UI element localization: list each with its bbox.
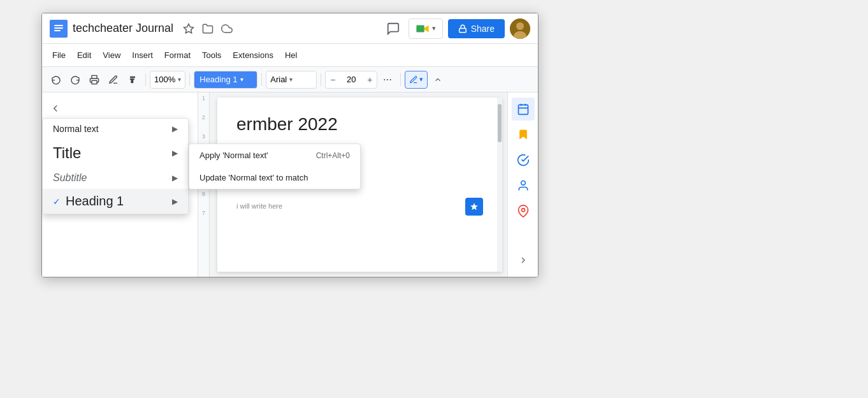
scrollbar-thumb <box>498 104 502 142</box>
dropdown-subtitle-arrow: ▶ <box>172 173 178 182</box>
svg-point-20 <box>521 209 524 212</box>
avatar[interactable] <box>510 18 530 39</box>
undo-button[interactable] <box>47 71 65 89</box>
share-label: Share <box>471 24 495 34</box>
bookmark-icon-btn[interactable] <box>512 123 535 146</box>
svg-rect-10 <box>92 80 97 84</box>
docs-icon <box>50 20 68 38</box>
dropdown-normal-label: Normal text <box>53 124 99 134</box>
ruler-num-7: 7 <box>202 210 205 216</box>
svg-point-11 <box>384 79 386 80</box>
sidebar: SUMMARY OUTLINE 20 November 2022 21 Nove… <box>42 92 198 277</box>
spellcheck-button[interactable] <box>105 71 122 89</box>
meet-button[interactable]: ▾ <box>409 18 443 39</box>
title-icon-group <box>181 21 235 36</box>
apply-normal-text[interactable]: Apply 'Normal text' Ctrl+Alt+0 <box>189 144 360 166</box>
menu-format[interactable]: Format <box>159 48 196 63</box>
separator-1 <box>145 73 146 86</box>
svg-point-12 <box>387 79 388 80</box>
folder-icon[interactable] <box>200 21 215 36</box>
style-selector[interactable]: Heading 1 ▾ <box>194 71 257 89</box>
font-size-decrease[interactable]: − <box>326 71 340 88</box>
separator-5 <box>400 73 401 86</box>
dropdown-subtitle-item[interactable]: Subtitle ▶ <box>43 167 188 189</box>
ruler-num-1: 1 <box>202 95 205 101</box>
collapse-toolbar-button[interactable] <box>429 71 447 89</box>
contacts-icon-btn[interactable] <box>512 174 535 197</box>
menu-bar: File Edit View Insert Format Tools Exten… <box>42 44 538 67</box>
menu-tools[interactable]: Tools <box>197 48 226 63</box>
content-area: SUMMARY OUTLINE 20 November 2022 21 Nove… <box>42 92 538 277</box>
svg-point-8 <box>516 22 524 30</box>
font-size-input[interactable] <box>341 75 361 84</box>
menu-help[interactable]: Hel <box>280 48 303 63</box>
svg-rect-3 <box>54 30 61 31</box>
style-dropdown: Normal text ▶ Title ▶ Subtitle ▶ <box>42 118 189 214</box>
paint-format-button[interactable] <box>124 71 141 89</box>
dropdown-heading1-item[interactable]: ✓ Heading 1 ▶ <box>43 189 188 214</box>
tasks-icon-btn[interactable] <box>512 149 535 172</box>
ruler-num-2: 2 <box>202 114 205 121</box>
svg-rect-5 <box>416 25 424 32</box>
zoom-selector[interactable]: 100% ▾ <box>150 71 185 89</box>
ruler-num-3: 3 <box>202 133 205 140</box>
svg-rect-6 <box>459 28 466 32</box>
dropdown-normal-text[interactable]: Normal text ▶ <box>43 119 188 139</box>
title-bar: techcheater Journal <box>42 13 538 44</box>
zoom-chevron: ▾ <box>178 76 181 83</box>
dropdown-heading1-check: ✓ <box>53 196 61 207</box>
comments-button[interactable] <box>383 18 403 39</box>
menu-extensions[interactable]: Extensions <box>228 48 278 63</box>
redo-button[interactable] <box>66 71 84 89</box>
share-button[interactable]: Share <box>448 19 505 38</box>
separator-4 <box>321 73 321 86</box>
dropdown-heading1-label: Heading 1 <box>66 194 124 209</box>
style-dropdown-menu: Normal text ▶ Title ▶ Subtitle ▶ <box>42 118 189 214</box>
svg-rect-15 <box>518 105 528 114</box>
header-right: ▾ Share <box>383 18 530 39</box>
ruler-num-6: 6 <box>202 191 205 197</box>
right-sidebar <box>507 92 538 277</box>
svg-marker-4 <box>184 24 194 33</box>
svg-marker-14 <box>470 203 478 210</box>
expand-panel-button[interactable] <box>512 249 535 272</box>
more-options-button[interactable] <box>379 71 396 89</box>
menu-insert[interactable]: Insert <box>127 48 158 63</box>
context-submenu: Apply 'Normal text' Ctrl+Alt+0 Update 'N… <box>189 144 361 189</box>
update-label: Update 'Normal text' to match <box>199 173 308 182</box>
svg-rect-1 <box>54 25 63 26</box>
dropdown-title-label: Title <box>53 144 81 162</box>
star-icon[interactable] <box>181 21 196 36</box>
apply-label: Apply 'Normal text' <box>199 151 268 160</box>
style-value: Heading 1 <box>199 75 237 84</box>
font-chevron: ▾ <box>289 76 293 83</box>
font-size-increase[interactable]: + <box>363 71 377 88</box>
svg-rect-2 <box>54 27 63 29</box>
menu-view[interactable]: View <box>98 48 126 63</box>
update-normal-text[interactable]: Update 'Normal text' to match <box>189 166 360 189</box>
dropdown-normal-arrow: ▶ <box>172 124 178 133</box>
cloud-icon[interactable] <box>219 21 235 36</box>
print-button[interactable] <box>85 71 103 89</box>
svg-point-13 <box>390 79 391 80</box>
date-text: ermber 2022 <box>236 114 338 134</box>
dropdown-subtitle-label: Subtitle <box>53 172 87 184</box>
menu-file[interactable]: File <box>47 48 71 63</box>
toolbar: 100% ▾ Heading 1 ▾ Arial ▾ − + <box>42 67 538 92</box>
font-value: Arial <box>270 75 287 84</box>
dropdown-title-arrow: ▶ <box>172 149 178 158</box>
svg-point-19 <box>521 181 525 186</box>
sidebar-back-button[interactable] <box>42 98 198 119</box>
font-selector[interactable]: Arial ▾ <box>266 71 317 89</box>
ai-assist-inline-button[interactable] <box>465 198 483 216</box>
dropdown-title-item[interactable]: Title ▶ <box>43 139 188 167</box>
maps-icon-btn[interactable] <box>512 200 535 223</box>
doc-scrollbar[interactable] <box>497 98 502 272</box>
calendar-icon-btn[interactable] <box>512 98 535 121</box>
separator-2 <box>189 73 190 86</box>
separator-3 <box>261 73 262 86</box>
editing-mode-button[interactable]: ▾ <box>405 71 428 89</box>
style-chevron: ▾ <box>240 76 243 83</box>
font-size-control: − + <box>325 71 377 89</box>
menu-edit[interactable]: Edit <box>72 48 96 63</box>
